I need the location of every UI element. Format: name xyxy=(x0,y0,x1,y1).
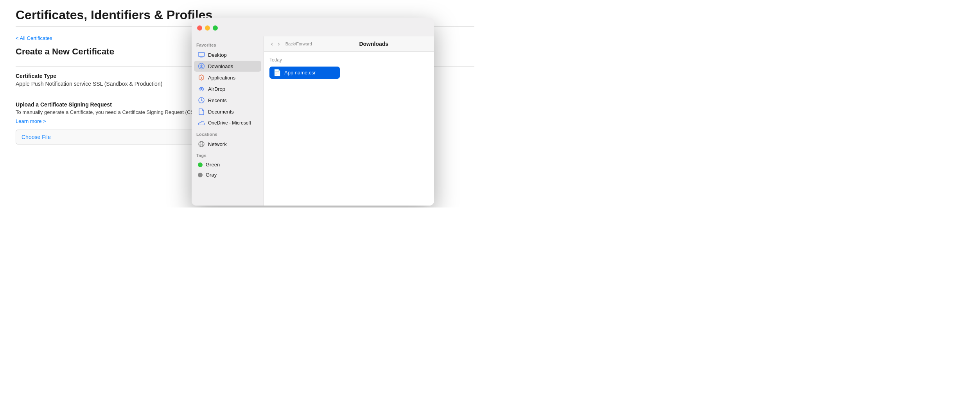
finder-sidebar: Favorites Desktop xyxy=(192,36,264,206)
network-icon xyxy=(198,141,205,148)
sidebar-label-network: Network xyxy=(208,141,227,147)
airdrop-icon xyxy=(198,85,205,92)
locations-label: Locations xyxy=(192,129,264,138)
choose-file-button[interactable]: Choose File xyxy=(16,130,207,144)
sidebar-label-recents: Recents xyxy=(208,97,227,103)
sidebar-label-documents: Documents xyxy=(208,109,234,115)
sidebar-item-onedrive[interactable]: OneDrive - Microsoft xyxy=(194,117,261,128)
back-button[interactable]: ‹ xyxy=(269,40,275,48)
sidebar-item-applications[interactable]: Applications xyxy=(194,72,261,83)
close-button[interactable] xyxy=(197,25,202,31)
sidebar-label-airdrop: AirDrop xyxy=(208,86,225,92)
sidebar-label-gray: Gray xyxy=(206,172,217,178)
sidebar-item-tag-green[interactable]: Green xyxy=(194,160,261,170)
csr-file-icon: 📄 xyxy=(273,69,281,76)
green-tag-dot xyxy=(198,162,203,167)
back-forward-label: Back/Forward xyxy=(285,42,312,46)
file-item-csr[interactable]: 📄 App name.csr xyxy=(269,67,340,79)
favorites-label: Favorites xyxy=(192,40,264,49)
tags-label: Tags xyxy=(192,150,264,159)
sidebar-label-green: Green xyxy=(206,162,220,168)
svg-rect-1 xyxy=(200,57,203,58)
documents-icon xyxy=(198,108,205,115)
recents-icon xyxy=(198,97,205,104)
sidebar-label-applications: Applications xyxy=(208,75,235,81)
today-label: Today xyxy=(269,57,429,63)
minimize-button[interactable] xyxy=(205,25,210,31)
desktop-icon xyxy=(198,51,205,58)
sidebar-item-airdrop[interactable]: AirDrop xyxy=(194,83,261,94)
sidebar-item-tag-gray[interactable]: Gray xyxy=(194,170,261,180)
csr-file-name: App name.csr xyxy=(284,70,316,76)
gray-tag-dot xyxy=(198,173,203,177)
traffic-lights xyxy=(197,25,218,31)
finder-content: Today 📄 App name.csr xyxy=(264,52,434,206)
finder-body: Favorites Desktop xyxy=(192,36,434,206)
finder-main: ‹ › Back/Forward Downloads Today 📄 App n… xyxy=(264,36,434,206)
sidebar-label-downloads: Downloads xyxy=(208,63,233,69)
nav-buttons: ‹ › xyxy=(269,40,282,48)
onedrive-icon xyxy=(198,119,205,126)
back-link[interactable]: < All Certificates xyxy=(16,35,52,41)
finder-toolbar xyxy=(192,18,434,36)
sidebar-item-network[interactable]: Network xyxy=(194,139,261,150)
learn-more-link[interactable]: Learn more > xyxy=(16,118,46,124)
sidebar-label-onedrive: OneDrive - Microsoft xyxy=(208,120,251,126)
sidebar-item-desktop[interactable]: Desktop xyxy=(194,49,261,60)
sidebar-label-desktop: Desktop xyxy=(208,52,227,58)
finder-window: Favorites Desktop xyxy=(192,18,434,206)
finder-main-header: ‹ › Back/Forward Downloads xyxy=(264,36,434,52)
applications-icon xyxy=(198,74,205,81)
maximize-button[interactable] xyxy=(213,25,218,31)
svg-rect-0 xyxy=(198,52,205,56)
sidebar-item-documents[interactable]: Documents xyxy=(194,106,261,117)
finder-title: Downloads xyxy=(319,41,429,47)
forward-button[interactable]: › xyxy=(276,40,281,48)
sidebar-item-downloads[interactable]: Downloads xyxy=(194,61,261,72)
downloads-icon xyxy=(198,63,205,70)
sidebar-item-recents[interactable]: Recents xyxy=(194,95,261,106)
